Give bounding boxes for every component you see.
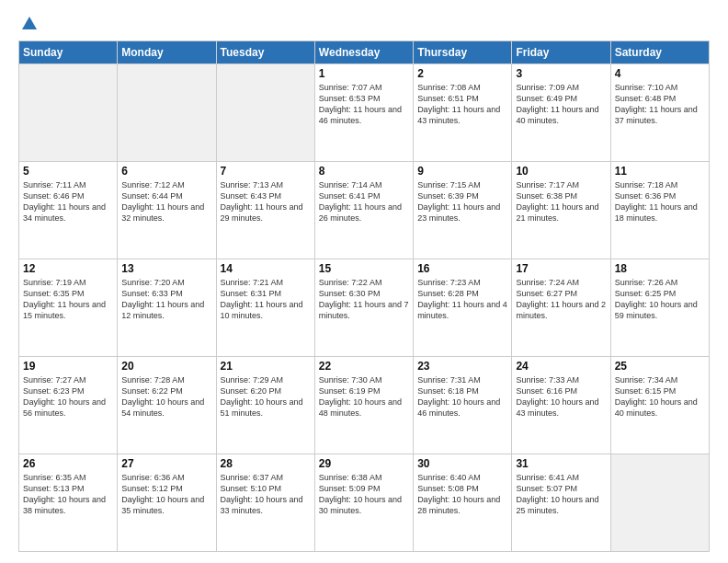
calendar-cell: 6Sunrise: 7:12 AM Sunset: 6:44 PM Daylig… bbox=[118, 162, 216, 259]
day-number: 9 bbox=[417, 165, 507, 178]
calendar-cell: 17Sunrise: 7:24 AM Sunset: 6:27 PM Dayli… bbox=[512, 259, 610, 357]
header bbox=[18, 15, 710, 33]
day-number: 14 bbox=[221, 262, 311, 275]
calendar-cell: 19Sunrise: 7:27 AM Sunset: 6:23 PM Dayli… bbox=[19, 357, 118, 454]
day-number: 24 bbox=[516, 360, 606, 373]
calendar-cell: 12Sunrise: 7:19 AM Sunset: 6:35 PM Dayli… bbox=[19, 259, 118, 357]
day-number: 17 bbox=[516, 262, 606, 275]
day-number: 30 bbox=[417, 457, 507, 470]
day-info: Sunrise: 7:11 AM Sunset: 6:46 PM Dayligh… bbox=[23, 179, 113, 224]
calendar-cell bbox=[19, 64, 118, 162]
day-info: Sunrise: 7:18 AM Sunset: 6:36 PM Dayligh… bbox=[615, 179, 705, 224]
calendar-cell: 11Sunrise: 7:18 AM Sunset: 6:36 PM Dayli… bbox=[610, 162, 709, 259]
day-info: Sunrise: 7:23 AM Sunset: 6:28 PM Dayligh… bbox=[417, 277, 507, 322]
day-number: 8 bbox=[319, 165, 409, 178]
calendar-cell: 22Sunrise: 7:30 AM Sunset: 6:19 PM Dayli… bbox=[314, 357, 413, 454]
calendar-cell: 16Sunrise: 7:23 AM Sunset: 6:28 PM Dayli… bbox=[414, 259, 512, 357]
day-header-sunday: Sunday bbox=[19, 41, 118, 64]
day-info: Sunrise: 7:08 AM Sunset: 6:51 PM Dayligh… bbox=[417, 82, 507, 127]
calendar-cell: 7Sunrise: 7:13 AM Sunset: 6:43 PM Daylig… bbox=[216, 162, 314, 259]
day-info: Sunrise: 7:24 AM Sunset: 6:27 PM Dayligh… bbox=[516, 277, 606, 322]
day-info: Sunrise: 6:38 AM Sunset: 5:09 PM Dayligh… bbox=[319, 472, 409, 517]
day-number: 25 bbox=[615, 360, 705, 373]
day-number: 11 bbox=[615, 165, 705, 178]
day-number: 22 bbox=[319, 360, 409, 373]
calendar-week-0: 1Sunrise: 7:07 AM Sunset: 6:53 PM Daylig… bbox=[19, 64, 710, 162]
day-number: 18 bbox=[615, 262, 705, 275]
day-info: Sunrise: 6:35 AM Sunset: 5:13 PM Dayligh… bbox=[23, 472, 113, 517]
day-info: Sunrise: 7:31 AM Sunset: 6:18 PM Dayligh… bbox=[417, 374, 507, 419]
day-header-saturday: Saturday bbox=[610, 41, 709, 64]
day-number: 16 bbox=[417, 262, 507, 275]
day-info: Sunrise: 7:10 AM Sunset: 6:48 PM Dayligh… bbox=[615, 82, 705, 127]
day-info: Sunrise: 7:26 AM Sunset: 6:25 PM Dayligh… bbox=[615, 277, 705, 322]
calendar-cell: 4Sunrise: 7:10 AM Sunset: 6:48 PM Daylig… bbox=[610, 64, 709, 162]
day-info: Sunrise: 7:13 AM Sunset: 6:43 PM Dayligh… bbox=[221, 179, 311, 224]
day-info: Sunrise: 7:15 AM Sunset: 6:39 PM Dayligh… bbox=[417, 179, 507, 224]
day-header-tuesday: Tuesday bbox=[216, 41, 314, 64]
calendar-cell: 5Sunrise: 7:11 AM Sunset: 6:46 PM Daylig… bbox=[19, 162, 118, 259]
day-header-friday: Friday bbox=[512, 41, 610, 64]
calendar-cell bbox=[216, 64, 314, 162]
day-header-wednesday: Wednesday bbox=[314, 41, 413, 64]
calendar-week-4: 26Sunrise: 6:35 AM Sunset: 5:13 PM Dayli… bbox=[19, 454, 710, 552]
calendar-cell: 31Sunrise: 6:41 AM Sunset: 5:07 PM Dayli… bbox=[512, 454, 610, 552]
calendar-cell bbox=[610, 454, 709, 552]
calendar-cell: 2Sunrise: 7:08 AM Sunset: 6:51 PM Daylig… bbox=[414, 64, 512, 162]
calendar-header-row: SundayMondayTuesdayWednesdayThursdayFrid… bbox=[19, 41, 710, 64]
day-number: 29 bbox=[319, 457, 409, 470]
day-info: Sunrise: 6:40 AM Sunset: 5:08 PM Dayligh… bbox=[417, 472, 507, 517]
calendar-cell: 30Sunrise: 6:40 AM Sunset: 5:08 PM Dayli… bbox=[414, 454, 512, 552]
day-number: 27 bbox=[121, 457, 211, 470]
day-info: Sunrise: 7:21 AM Sunset: 6:31 PM Dayligh… bbox=[221, 277, 311, 322]
day-number: 4 bbox=[615, 67, 705, 80]
day-info: Sunrise: 7:28 AM Sunset: 6:22 PM Dayligh… bbox=[121, 374, 211, 419]
day-info: Sunrise: 7:30 AM Sunset: 6:19 PM Dayligh… bbox=[319, 374, 409, 419]
day-number: 1 bbox=[319, 67, 409, 80]
calendar-cell: 13Sunrise: 7:20 AM Sunset: 6:33 PM Dayli… bbox=[118, 259, 216, 357]
day-info: Sunrise: 7:20 AM Sunset: 6:33 PM Dayligh… bbox=[121, 277, 211, 322]
day-number: 19 bbox=[23, 360, 113, 373]
day-number: 5 bbox=[23, 165, 113, 178]
day-info: Sunrise: 7:14 AM Sunset: 6:41 PM Dayligh… bbox=[319, 179, 409, 224]
day-number: 3 bbox=[516, 67, 606, 80]
day-info: Sunrise: 7:34 AM Sunset: 6:15 PM Dayligh… bbox=[615, 374, 705, 419]
day-number: 10 bbox=[516, 165, 606, 178]
day-info: Sunrise: 6:36 AM Sunset: 5:12 PM Dayligh… bbox=[121, 472, 211, 517]
day-info: Sunrise: 6:41 AM Sunset: 5:07 PM Dayligh… bbox=[516, 472, 606, 517]
calendar-cell: 10Sunrise: 7:17 AM Sunset: 6:38 PM Dayli… bbox=[512, 162, 610, 259]
calendar-cell: 25Sunrise: 7:34 AM Sunset: 6:15 PM Dayli… bbox=[610, 357, 709, 454]
calendar-cell: 15Sunrise: 7:22 AM Sunset: 6:30 PM Dayli… bbox=[314, 259, 413, 357]
day-header-thursday: Thursday bbox=[414, 41, 512, 64]
calendar-week-1: 5Sunrise: 7:11 AM Sunset: 6:46 PM Daylig… bbox=[19, 162, 710, 259]
day-info: Sunrise: 7:12 AM Sunset: 6:44 PM Dayligh… bbox=[121, 179, 211, 224]
calendar-cell: 20Sunrise: 7:28 AM Sunset: 6:22 PM Dayli… bbox=[118, 357, 216, 454]
calendar-cell: 8Sunrise: 7:14 AM Sunset: 6:41 PM Daylig… bbox=[314, 162, 413, 259]
day-header-monday: Monday bbox=[118, 41, 216, 64]
calendar-cell: 21Sunrise: 7:29 AM Sunset: 6:20 PM Dayli… bbox=[216, 357, 314, 454]
calendar-cell: 9Sunrise: 7:15 AM Sunset: 6:39 PM Daylig… bbox=[414, 162, 512, 259]
day-info: Sunrise: 7:27 AM Sunset: 6:23 PM Dayligh… bbox=[23, 374, 113, 419]
calendar-week-2: 12Sunrise: 7:19 AM Sunset: 6:35 PM Dayli… bbox=[19, 259, 710, 357]
page: SundayMondayTuesdayWednesdayThursdayFrid… bbox=[0, 0, 728, 563]
calendar-cell: 29Sunrise: 6:38 AM Sunset: 5:09 PM Dayli… bbox=[314, 454, 413, 552]
calendar-cell: 18Sunrise: 7:26 AM Sunset: 6:25 PM Dayli… bbox=[610, 259, 709, 357]
svg-marker-0 bbox=[22, 17, 37, 29]
day-number: 21 bbox=[221, 360, 311, 373]
calendar-cell: 28Sunrise: 6:37 AM Sunset: 5:10 PM Dayli… bbox=[216, 454, 314, 552]
calendar-cell: 24Sunrise: 7:33 AM Sunset: 6:16 PM Dayli… bbox=[512, 357, 610, 454]
day-info: Sunrise: 7:33 AM Sunset: 6:16 PM Dayligh… bbox=[516, 374, 606, 419]
day-info: Sunrise: 7:29 AM Sunset: 6:20 PM Dayligh… bbox=[221, 374, 311, 419]
day-info: Sunrise: 7:17 AM Sunset: 6:38 PM Dayligh… bbox=[516, 179, 606, 224]
calendar-week-3: 19Sunrise: 7:27 AM Sunset: 6:23 PM Dayli… bbox=[19, 357, 710, 454]
day-number: 2 bbox=[417, 67, 507, 80]
logo-icon bbox=[20, 15, 39, 33]
day-number: 23 bbox=[417, 360, 507, 373]
calendar-cell: 27Sunrise: 6:36 AM Sunset: 5:12 PM Dayli… bbox=[118, 454, 216, 552]
day-info: Sunrise: 6:37 AM Sunset: 5:10 PM Dayligh… bbox=[221, 472, 311, 517]
calendar-cell: 14Sunrise: 7:21 AM Sunset: 6:31 PM Dayli… bbox=[216, 259, 314, 357]
day-number: 13 bbox=[121, 262, 211, 275]
day-number: 12 bbox=[23, 262, 113, 275]
calendar-cell: 1Sunrise: 7:07 AM Sunset: 6:53 PM Daylig… bbox=[314, 64, 413, 162]
calendar-cell: 23Sunrise: 7:31 AM Sunset: 6:18 PM Dayli… bbox=[414, 357, 512, 454]
